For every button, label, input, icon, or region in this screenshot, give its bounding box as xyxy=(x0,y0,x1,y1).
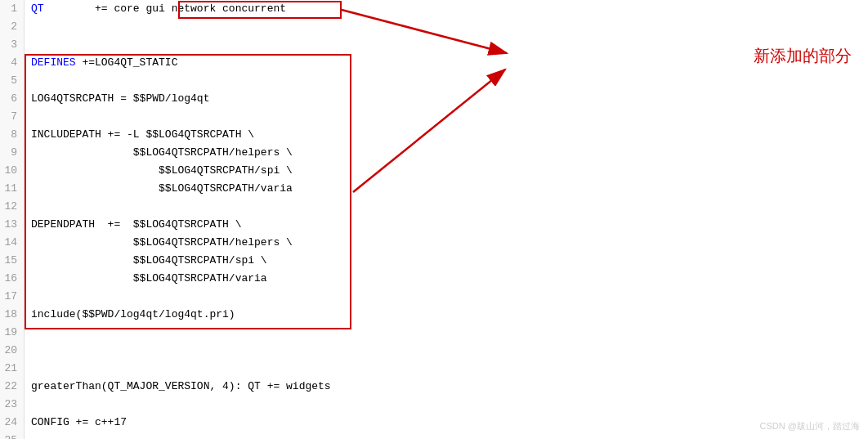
code-segment: greaterThan(QT_MAJOR_VERSION, 4): QT += … xyxy=(31,380,331,392)
line-number: 19 xyxy=(0,324,25,342)
line-number: 2 xyxy=(0,18,25,36)
line-content: $$LOG4QTSRCPATH/helpers \ xyxy=(25,234,868,252)
code-editor: 1QT += core gui network concurrent2 3 4D… xyxy=(0,0,868,439)
line-number: 24 xyxy=(0,414,25,432)
line-content: greaterThan(QT_MAJOR_VERSION, 4): QT += … xyxy=(25,378,868,396)
line-number: 21 xyxy=(0,360,25,378)
code-line: 18include($$PWD/log4qt/log4qt.pri) xyxy=(0,306,868,324)
code-line: 13DEPENDPATH += $$LOG4QTSRCPATH \ xyxy=(0,216,868,234)
line-number: 8 xyxy=(0,126,25,144)
code-line: 12 xyxy=(0,198,868,216)
code-segment: $$LOG4QTSRCPATH/helpers \ xyxy=(31,146,293,159)
code-segment: $$LOG4QTSRCPATH/helpers \ xyxy=(31,236,293,249)
line-content: $$LOG4QTSRCPATH/varia xyxy=(25,180,868,198)
line-number: 10 xyxy=(0,162,25,180)
line-content xyxy=(25,72,868,90)
code-segment: $$LOG4QTSRCPATH/varia xyxy=(31,182,293,195)
code-line: 8INCLUDEPATH += -L $$LOG4QTSRCPATH \ xyxy=(0,126,868,144)
line-number: 17 xyxy=(0,288,25,306)
line-content xyxy=(25,198,868,216)
code-line: 5 xyxy=(0,72,868,90)
code-segment: $$LOG4QTSRCPATH/spi \ xyxy=(31,164,293,177)
line-content: $$LOG4QTSRCPATH/spi \ xyxy=(25,162,868,180)
code-line: 1QT += core gui network concurrent xyxy=(0,0,868,18)
code-segment: LOG4QTSRCPATH = $$PWD/log4qt xyxy=(31,92,209,105)
watermark: CSDN @跋山河，踏过海 xyxy=(760,420,860,432)
code-line: 25 xyxy=(0,432,868,439)
code-line: 2 xyxy=(0,18,868,36)
code-line: 4DEFINES +=LOG4QT_STATIC xyxy=(0,54,868,72)
line-content: include($$PWD/log4qt/log4qt.pri) xyxy=(25,306,868,324)
code-segment: QT xyxy=(31,2,44,15)
main-container: 1QT += core gui network concurrent2 3 4D… xyxy=(0,0,868,439)
code-line: 17 xyxy=(0,288,868,306)
line-content xyxy=(25,360,868,378)
line-number: 1 xyxy=(0,0,25,18)
line-content: $$LOG4QTSRCPATH/varia xyxy=(25,270,868,288)
line-number: 23 xyxy=(0,396,25,414)
code-line: 22greaterThan(QT_MAJOR_VERSION, 4): QT +… xyxy=(0,378,868,396)
line-number: 7 xyxy=(0,108,25,126)
line-content: DEFINES +=LOG4QT_STATIC xyxy=(25,54,868,72)
code-segment: INCLUDEPATH += -L $$LOG4QTSRCPATH \ xyxy=(31,128,254,141)
line-content xyxy=(25,288,868,306)
line-content xyxy=(25,36,868,54)
line-number: 18 xyxy=(0,306,25,324)
line-content: INCLUDEPATH += -L $$LOG4QTSRCPATH \ xyxy=(25,126,868,144)
line-number: 16 xyxy=(0,270,25,288)
code-line: 24CONFIG += c++17 xyxy=(0,414,868,432)
line-number: 9 xyxy=(0,144,25,162)
code-segment: include($$PWD/log4qt/log4qt.pri) xyxy=(31,308,235,320)
line-content xyxy=(25,324,868,342)
code-segment: DEFINES xyxy=(31,56,76,69)
line-content xyxy=(25,18,868,36)
code-segment: DEPENDPATH += $$LOG4QTSRCPATH \ xyxy=(31,218,241,231)
code-line: 7 xyxy=(0,108,868,126)
line-number: 22 xyxy=(0,378,25,396)
line-content xyxy=(25,396,868,414)
line-number: 25 xyxy=(0,432,25,439)
code-line: 19 xyxy=(0,324,868,342)
line-content: $$LOG4QTSRCPATH/spi \ xyxy=(25,252,868,270)
code-line: 6LOG4QTSRCPATH = $$PWD/log4qt xyxy=(0,90,868,108)
code-segment: $$LOG4QTSRCPATH/varia xyxy=(31,272,267,284)
code-line: 23 xyxy=(0,396,868,414)
line-number: 6 xyxy=(0,90,25,108)
code-segment: CONFIG += c++17 xyxy=(31,416,127,428)
code-line: 16 $$LOG4QTSRCPATH/varia xyxy=(0,270,868,288)
code-line: 20 xyxy=(0,342,868,360)
annotation-label: 新添加的部分 xyxy=(754,45,852,67)
code-line: 14 $$LOG4QTSRCPATH/helpers \ xyxy=(0,234,868,252)
highlighted-text: network concurrent xyxy=(172,2,286,15)
code-segment: += core gui xyxy=(44,2,172,15)
line-number: 13 xyxy=(0,216,25,234)
line-number: 15 xyxy=(0,252,25,270)
line-number: 11 xyxy=(0,180,25,198)
code-line: 10 $$LOG4QTSRCPATH/spi \ xyxy=(0,162,868,180)
line-content: DEPENDPATH += $$LOG4QTSRCPATH \ xyxy=(25,216,868,234)
line-content xyxy=(25,432,868,439)
line-content xyxy=(25,108,868,126)
code-line: 3 xyxy=(0,36,868,54)
line-number: 4 xyxy=(0,54,25,72)
code-line: 9 $$LOG4QTSRCPATH/helpers \ xyxy=(0,144,868,162)
line-content: $$LOG4QTSRCPATH/helpers \ xyxy=(25,144,868,162)
line-number: 14 xyxy=(0,234,25,252)
code-line: 11 $$LOG4QTSRCPATH/varia xyxy=(0,180,868,198)
line-number: 12 xyxy=(0,198,25,216)
line-content: QT += core gui network concurrent xyxy=(25,0,868,18)
code-line: 21 xyxy=(0,360,868,378)
line-number: 3 xyxy=(0,36,25,54)
code-segment: $$LOG4QTSRCPATH/spi \ xyxy=(31,254,267,267)
line-number: 20 xyxy=(0,342,25,360)
line-content xyxy=(25,342,868,360)
line-number: 5 xyxy=(0,72,25,90)
code-line: 15 $$LOG4QTSRCPATH/spi \ xyxy=(0,252,868,270)
line-content: LOG4QTSRCPATH = $$PWD/log4qt xyxy=(25,90,868,108)
code-segment: +=LOG4QT_STATIC xyxy=(76,56,178,69)
line-content: CONFIG += c++17 xyxy=(25,414,868,432)
